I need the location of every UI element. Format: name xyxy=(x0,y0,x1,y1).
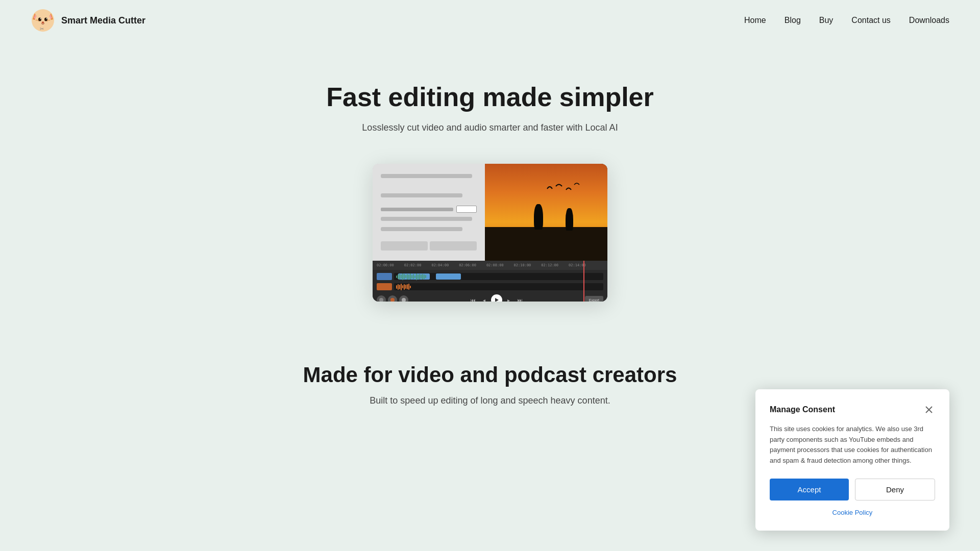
video-birds xyxy=(545,179,585,199)
screenshot-left-panel xyxy=(373,164,485,261)
svg-marker-15 xyxy=(495,298,499,302)
svg-point-14 xyxy=(402,298,406,302)
video-figure-2 xyxy=(566,208,573,231)
screenshot-video xyxy=(485,164,607,261)
timecode-6: 02:10:00 xyxy=(514,263,531,267)
track-waveform-1 xyxy=(394,273,603,280)
timeline-ruler: 02:00:00 02:02:00 02:04:00 02:06:00 02:0… xyxy=(373,261,607,270)
play-button[interactable] xyxy=(491,294,502,302)
timeline-tracks xyxy=(373,270,607,293)
step-back-icon[interactable]: ◂ xyxy=(480,295,489,302)
timeline-icon-3 xyxy=(399,295,408,302)
timecode-4: 02:06:00 xyxy=(459,263,476,267)
panel-btn-1 xyxy=(381,241,428,251)
hero-section: Fast editing made simpler Losslessly cut… xyxy=(0,41,980,322)
step-forward-icon[interactable]: ▸ xyxy=(504,295,513,302)
track-row-1 xyxy=(377,272,603,281)
video-figure-1 xyxy=(534,204,543,230)
skip-back-icon[interactable]: ⏮ xyxy=(469,295,478,302)
panel-dropdown xyxy=(456,206,477,213)
svg-point-13 xyxy=(390,298,395,302)
close-icon xyxy=(925,406,933,413)
screenshot-inner: 02:00:00 02:02:00 02:04:00 02:06:00 02:0… xyxy=(373,164,607,302)
screenshot-top xyxy=(373,164,607,261)
logo-text: Smart Media Cutter xyxy=(61,15,145,26)
track-label-2 xyxy=(377,283,392,290)
video-scene xyxy=(485,164,607,261)
app-screenshot: 02:00:00 02:02:00 02:04:00 02:06:00 02:0… xyxy=(373,164,607,302)
cookie-consent-dialog: Manage Consent This site uses cookies fo… xyxy=(755,389,949,531)
cookie-deny-button[interactable]: Deny xyxy=(855,479,935,500)
panel-btn-2 xyxy=(430,241,477,251)
nav-blog[interactable]: Blog xyxy=(785,16,801,25)
panel-label xyxy=(381,208,453,211)
timeline-icon-1 xyxy=(377,295,386,302)
timeline-playhead xyxy=(583,261,584,302)
track-content-2 xyxy=(394,283,603,290)
panel-line-2 xyxy=(381,193,462,197)
nav-downloads[interactable]: Downloads xyxy=(909,16,949,25)
cookie-accept-button[interactable]: Accept xyxy=(770,479,849,500)
panel-line-4 xyxy=(381,227,462,231)
svg-point-10 xyxy=(42,21,44,23)
svg-point-12 xyxy=(379,298,383,302)
track-content-1 xyxy=(394,273,603,280)
cookie-policy-link[interactable]: Cookie Policy xyxy=(770,509,935,516)
timeline-icon-2 xyxy=(388,295,397,302)
hero-title: Fast editing made simpler xyxy=(31,82,949,112)
cookie-buttons: Accept Deny xyxy=(770,479,935,500)
timeline-center-controls: ⏮ ◂ ▸ ⏭ xyxy=(469,294,525,302)
nav-buy[interactable]: Buy xyxy=(819,16,834,25)
cookie-title: Manage Consent xyxy=(770,405,835,414)
track-waveform-2 xyxy=(394,283,603,290)
cookie-close-button[interactable] xyxy=(923,404,935,416)
nav-contact[interactable]: Contact us xyxy=(851,16,890,25)
screenshot-timeline: 02:00:00 02:02:00 02:04:00 02:06:00 02:0… xyxy=(373,261,607,302)
panel-line-3 xyxy=(381,217,472,221)
skip-forward-icon[interactable]: ⏭ xyxy=(516,295,525,302)
main-nav: Home Blog Buy Contact us Downloads xyxy=(744,16,949,25)
timecode-3: 02:04:00 xyxy=(431,263,449,267)
hero-subtitle: Losslessly cut video and audio smarter a… xyxy=(31,122,949,133)
cookie-header: Manage Consent xyxy=(770,404,935,416)
nav-home[interactable]: Home xyxy=(744,16,766,25)
cookie-body-text: This site uses cookies for analytics. We… xyxy=(770,424,935,466)
panel-line-1 xyxy=(381,174,472,178)
timecode-2: 02:02:00 xyxy=(404,263,422,267)
header: ✂ Smart Media Cutter Home Blog Buy Conta… xyxy=(0,0,980,41)
svg-text:✂: ✂ xyxy=(40,26,44,32)
svg-point-9 xyxy=(46,18,47,19)
export-button[interactable]: Export xyxy=(585,296,603,302)
section-two-title: Made for video and podcast creators xyxy=(31,363,949,387)
timeline-icons-left xyxy=(377,295,408,302)
timecode-1: 02:00:00 xyxy=(377,263,394,267)
panel-dropdown-row xyxy=(381,206,477,213)
svg-point-8 xyxy=(40,18,41,19)
timeline-controls: ⏮ ◂ ▸ ⏭ Export xyxy=(373,293,607,302)
timecode-5: 02:08:00 xyxy=(486,263,504,267)
timecode-7: 02:12:00 xyxy=(541,263,558,267)
track-row-2 xyxy=(377,282,603,291)
logo-icon: ✂ xyxy=(31,8,55,33)
app-screenshot-container: 02:00:00 02:02:00 02:04:00 02:06:00 02:0… xyxy=(31,164,949,302)
track-label-1 xyxy=(377,273,392,280)
logo-area[interactable]: ✂ Smart Media Cutter xyxy=(31,8,145,33)
panel-button-row xyxy=(381,241,477,251)
video-ground xyxy=(485,227,607,261)
